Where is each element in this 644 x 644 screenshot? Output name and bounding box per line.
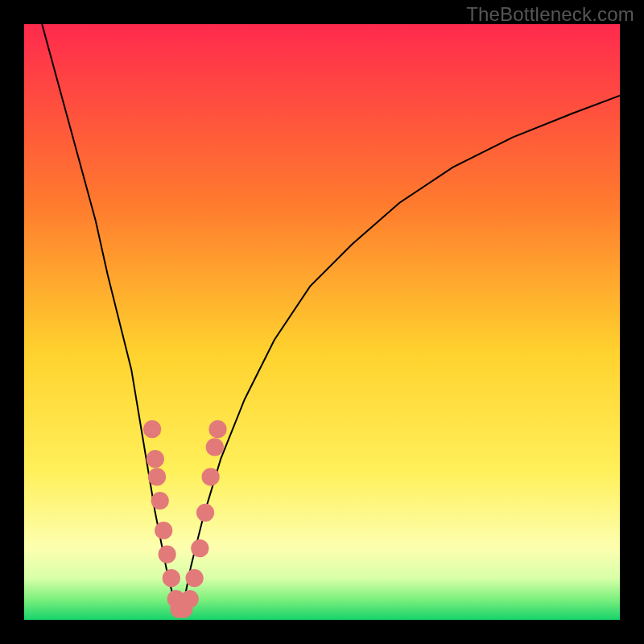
highlight-dot bbox=[181, 590, 199, 608]
highlight-dot bbox=[148, 468, 166, 485]
highlight-dot bbox=[147, 450, 164, 468]
highlight-dot bbox=[143, 420, 161, 438]
highlight-dot bbox=[155, 522, 172, 539]
highlight-dot bbox=[206, 438, 224, 456]
highlight-dot bbox=[191, 539, 208, 557]
plot-area bbox=[24, 24, 620, 620]
watermark-text: TheBottleneck.com bbox=[466, 3, 634, 26]
chart-frame: TheBottleneck.com bbox=[0, 0, 644, 644]
gradient-background bbox=[24, 24, 620, 620]
highlight-dot bbox=[196, 504, 214, 522]
highlight-dot bbox=[208, 420, 226, 438]
highlight-dot bbox=[163, 569, 180, 587]
bottleneck-chart bbox=[24, 24, 620, 620]
highlight-dot bbox=[159, 546, 176, 564]
highlight-dot bbox=[151, 492, 169, 510]
highlight-dot bbox=[186, 569, 204, 587]
highlight-dot bbox=[202, 468, 220, 485]
